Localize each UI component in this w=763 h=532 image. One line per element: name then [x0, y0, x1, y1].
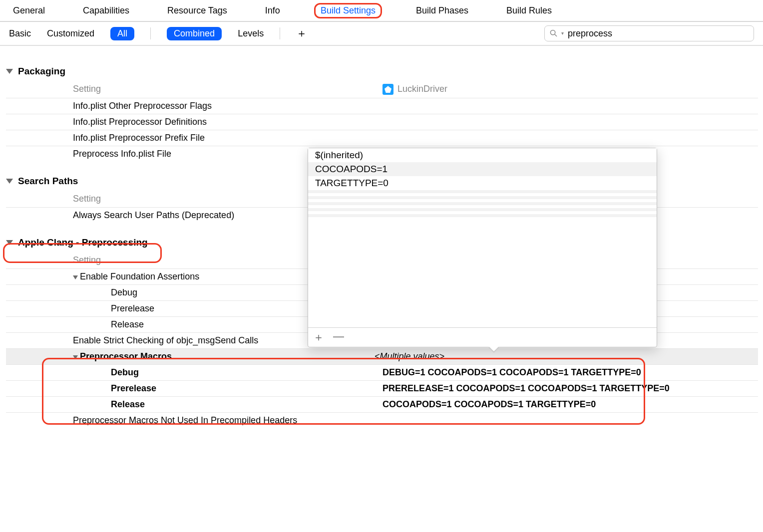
- filter-basic[interactable]: Basic: [9, 28, 31, 39]
- setting-row[interactable]: Preprocessor Macros Not Used In Precompi…: [6, 412, 758, 428]
- tab-capabilities[interactable]: Capabilities: [79, 2, 133, 19]
- filter-levels[interactable]: Levels: [238, 28, 264, 39]
- setting-label: Info.plist Other Preprocessor Flags: [73, 101, 382, 111]
- filter-combined[interactable]: Combined: [167, 27, 222, 40]
- target-label: LuckinDriver: [397, 84, 447, 94]
- tab-general[interactable]: General: [9, 2, 49, 19]
- disclosure-triangle-icon: [6, 69, 13, 74]
- macro-item[interactable]: [308, 214, 657, 217]
- setting-row-preprocessor-macros[interactable]: Preprocessor Macros<Multiple values>: [6, 348, 758, 364]
- search-input[interactable]: [568, 28, 749, 39]
- macro-list[interactable]: $(inherited) COCOAPODS=1 TARGETTYPE=0: [308, 148, 657, 327]
- setting-label: Preprocessor Macros: [65, 351, 375, 362]
- separator: [150, 27, 151, 39]
- setting-row[interactable]: Info.plist Other Preprocessor Flags: [6, 98, 758, 114]
- target-icon: [382, 84, 393, 95]
- macro-item[interactable]: COCOAPODS=1: [308, 162, 657, 176]
- tab-build-phases[interactable]: Build Phases: [412, 2, 472, 19]
- macro-item[interactable]: $(inherited): [308, 148, 657, 162]
- filter-bar: Basic Customized All Combined Levels ＋ ▾: [0, 22, 763, 46]
- disclosure-triangle-icon[interactable]: [73, 275, 78, 279]
- tab-info[interactable]: Info: [261, 2, 284, 19]
- setting-row[interactable]: Info.plist Preprocessor Prefix File: [6, 130, 758, 146]
- section-title: Packaging: [18, 66, 65, 77]
- tab-resource-tags[interactable]: Resource Tags: [163, 2, 231, 19]
- remove-macro-button[interactable]: —: [333, 330, 344, 345]
- setting-value[interactable]: COCOAPODS=1 COCOAPODS=1 TARGETTYPE=0: [382, 399, 758, 410]
- settings-content: Packaging Setting LuckinDriver Info.plis…: [0, 46, 763, 448]
- disclosure-triangle-icon: [6, 179, 13, 184]
- section-title: Search Paths: [18, 176, 78, 187]
- svg-line-1: [555, 34, 557, 36]
- setting-value[interactable]: DEBUG=1 COCOAPODS=1 COCOAPODS=1 TARGETTY…: [382, 367, 758, 378]
- setting-row[interactable]: Info.plist Preprocessor Definitions: [6, 114, 758, 130]
- macro-editor-popover[interactable]: $(inherited) COCOAPODS=1 TARGETTYPE=0 ＋ …: [308, 148, 657, 347]
- setting-value[interactable]: <Multiple values>: [375, 351, 758, 362]
- section-title: Apple Clang - Preprocessing: [18, 237, 148, 248]
- setting-label: Info.plist Preprocessor Prefix File: [73, 133, 382, 143]
- tab-build-rules[interactable]: Build Rules: [502, 2, 556, 19]
- section-packaging[interactable]: Packaging: [6, 52, 758, 81]
- setting-row[interactable]: PrereleasePRERELEASE=1 COCOAPODS=1 COCOA…: [6, 380, 758, 396]
- col-target: LuckinDriver: [382, 84, 758, 95]
- svg-point-0: [550, 30, 555, 34]
- add-setting-button[interactable]: ＋: [296, 26, 307, 41]
- project-tabs: General Capabilities Resource Tags Info …: [0, 0, 763, 22]
- popover-arrow: [488, 347, 500, 353]
- setting-label: Preprocessor Macros Not Used In Precompi…: [73, 415, 382, 426]
- setting-label: Debug: [73, 367, 382, 378]
- setting-label: Info.plist Preprocessor Definitions: [73, 117, 382, 127]
- disclosure-triangle-icon[interactable]: [73, 355, 78, 359]
- macro-editor-footer: ＋ —: [308, 327, 657, 347]
- setting-label: Release: [73, 399, 382, 410]
- chevron-down-icon[interactable]: ▾: [561, 30, 564, 36]
- setting-label: Prerelease: [73, 383, 382, 394]
- setting-value[interactable]: PRERELEASE=1 COCOAPODS=1 COCOAPODS=1 TAR…: [382, 383, 758, 394]
- separator: [280, 27, 280, 39]
- macro-item[interactable]: TARGETTYPE=0: [308, 176, 657, 190]
- add-macro-button[interactable]: ＋: [313, 330, 324, 345]
- filter-all[interactable]: All: [110, 27, 134, 40]
- search-icon: [550, 29, 557, 39]
- setting-row[interactable]: DebugDEBUG=1 COCOAPODS=1 COCOAPODS=1 TAR…: [6, 364, 758, 380]
- filter-customized[interactable]: Customized: [47, 28, 94, 39]
- col-setting: Setting: [73, 84, 382, 95]
- search-field[interactable]: ▾: [544, 25, 754, 41]
- column-headers: Setting LuckinDriver: [6, 81, 758, 98]
- tab-build-settings[interactable]: Build Settings: [314, 3, 382, 18]
- disclosure-triangle-icon: [6, 240, 13, 245]
- setting-row[interactable]: Release COCOAPODS=1 COCOAPODS=1 TARGETTY…: [6, 396, 758, 412]
